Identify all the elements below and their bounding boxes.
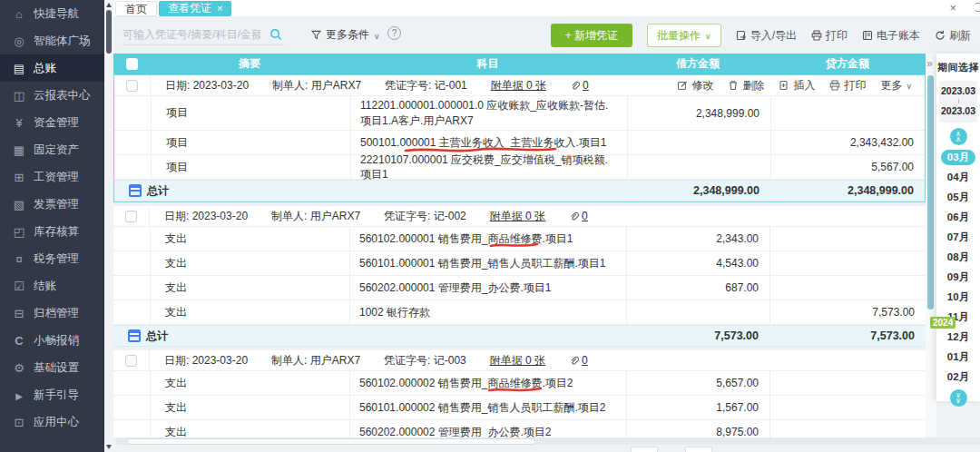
month-item-01[interactable]: 01月 — [941, 349, 975, 365]
sidebar-item-closing[interactable]: 结账 — [0, 272, 104, 300]
month-item-05[interactable]: 05月 — [941, 190, 975, 205]
attachments-link[interactable]: 附单据 0 张 — [490, 209, 545, 224]
sidebar-item-guide[interactable]: 新手引导 — [0, 381, 104, 408]
row-checkbox[interactable] — [125, 355, 137, 367]
sidebar-item-invoices[interactable]: 发票管理 — [0, 191, 104, 218]
table-row[interactable]: 项目 112201.000001.000001.0 应收账款_应收账款-暂估.项… — [114, 96, 925, 131]
edit-voucher-button[interactable]: 修改 — [677, 78, 713, 93]
e-ledger-button[interactable]: 电子账本 — [862, 28, 920, 44]
expense-icon — [12, 334, 26, 348]
sidebar-item-funds[interactable]: 资金管理 — [0, 109, 104, 136]
month-item-02[interactable]: 02月 — [941, 369, 975, 385]
batch-operations-button[interactable]: 批量操作 — [647, 24, 721, 47]
total-calendar-icon — [129, 184, 142, 197]
sidebar-item-archive[interactable]: 归档管理 — [0, 300, 104, 327]
table-row[interactable]: 支出 560101.000001 销售费用_销售人员职工薪酬.项目1 4,543… — [113, 251, 926, 276]
table-row[interactable]: 支出 1002 银行存款 7,573.00 — [113, 300, 926, 325]
attachments-link[interactable]: 附单据 0 张 — [490, 353, 545, 368]
total-calendar-icon — [128, 329, 141, 342]
month-item-12[interactable]: 12月 — [941, 329, 975, 345]
tab-bar: 首页 查看凭证 — [113, 0, 980, 17]
tab-close-icon[interactable] — [217, 3, 222, 14]
report-icon — [12, 89, 26, 103]
refresh-tab-icon[interactable] — [974, 3, 980, 12]
total-debit: 2,348,999.00 — [627, 181, 770, 201]
clip-attachments-link[interactable]: 0 — [569, 210, 588, 222]
new-voucher-button[interactable]: + 新增凭证 — [551, 24, 632, 47]
sidebar-item-payroll[interactable]: 工资管理 — [0, 163, 104, 191]
close-all-tabs-icon[interactable] — [949, 1, 956, 15]
paperclip-icon — [570, 81, 580, 91]
table-row[interactable]: 支出 560101.000002 销售费用_销售人员职工薪酬.项目2 1,567… — [113, 396, 926, 420]
month-item-07[interactable]: 07月 — [941, 230, 975, 245]
help-icon[interactable] — [387, 26, 401, 40]
sidebar-item-fixed-assets[interactable]: 固定资产 — [0, 136, 104, 163]
sidebar-scrollbar-thumb[interactable] — [106, 10, 112, 54]
search-field — [122, 25, 284, 45]
table-row[interactable]: 支出 560102.000002 销售费用_商品维修费.项目2 5,657.00 — [113, 371, 926, 396]
sidebar-item-cloud-reports[interactable]: 云报表中心 — [0, 82, 104, 109]
sidebar-item-general-ledger[interactable]: 总账 — [0, 54, 104, 82]
month-item-04[interactable]: 04月 — [941, 170, 975, 185]
search-input[interactable] — [122, 25, 260, 44]
table-row[interactable]: 支出 560202.000002 管理费用_办公费.项目2 8,975.00 — [113, 420, 926, 437]
table-row[interactable]: 支出 560102.000001 销售费用_商品维修费.项目1 2,343.00 — [113, 227, 926, 251]
pagination-size-box[interactable] — [631, 447, 658, 452]
clip-attachments-link[interactable]: 0 — [570, 79, 589, 92]
tab-view-voucher[interactable]: 查看凭证 — [159, 1, 231, 16]
column-header-debit[interactable]: 借方金额 — [626, 56, 769, 72]
row-checkbox[interactable] — [126, 80, 138, 92]
voucher-total-row: 总计 2,348,999.00 2,348,999.00 — [114, 180, 925, 201]
voucher-group-002: 日期: 2023-03-20 制单人: 用户ARX7 凭证字号: 记-002 附… — [113, 206, 926, 347]
collapse-panel-icon[interactable] — [926, 57, 933, 70]
column-header-summary[interactable]: 摘要 — [150, 56, 349, 72]
month-item-09[interactable]: 09月 — [941, 270, 975, 285]
pagination-jump-box[interactable] — [685, 447, 712, 452]
sidebar-item-settings[interactable]: 基础设置 — [0, 354, 104, 381]
more-filters-button[interactable]: 更多条件 — [311, 27, 380, 43]
attachments-link[interactable]: 附单据 0 张 — [491, 78, 546, 93]
search-icon[interactable] — [270, 28, 282, 41]
table-vertical-scrollbar-thumb[interactable] — [927, 75, 934, 310]
paperclip-icon — [569, 211, 579, 221]
scroll-down-arrow-icon[interactable] — [106, 445, 112, 449]
period-range-picker[interactable]: 2023.03 2023.03 — [939, 81, 977, 123]
months-scroll-down-icon[interactable] — [950, 389, 967, 407]
import-export-button[interactable]: 导入/导出 — [736, 28, 797, 44]
sidebar-item-agent-plaza[interactable]: 智能体广场 — [0, 27, 104, 54]
sidebar-item-inventory[interactable]: 库存核算 — [0, 218, 104, 245]
more-actions-button[interactable]: 更多 — [880, 78, 912, 93]
voucher-creator: 制单人: 用户ARX7 — [271, 209, 360, 224]
insert-voucher-button[interactable]: 插入 — [779, 78, 815, 93]
voucher-group-001: 日期: 2023-03-20 制单人: 用户ARX7 凭证字号: 记-001 附… — [113, 74, 926, 202]
select-all-checkbox[interactable] — [126, 58, 138, 70]
row-checkbox[interactable] — [125, 211, 137, 222]
horizontal-scrollbar-thumb[interactable] — [127, 438, 535, 445]
sidebar-item-app-center[interactable]: 应用中心 — [0, 408, 104, 436]
table-row[interactable]: 支出 560202.000001 管理费用_办公费.项目1 687.00 — [113, 276, 926, 300]
month-item-08[interactable]: 08月 — [941, 250, 975, 265]
sidebar-item-expense[interactable]: 小畅报销 — [0, 327, 104, 354]
column-header-account[interactable]: 科目 — [349, 56, 626, 72]
refresh-button[interactable]: 刷新 — [935, 28, 971, 44]
insert-icon — [779, 80, 789, 91]
scroll-up-arrow-icon[interactable] — [106, 3, 112, 7]
voucher-group-003: 日期: 2023-03-20 制单人: 用户ARX7 凭证字号: 记-003 附… — [113, 350, 926, 437]
month-item-10[interactable]: 10月 — [941, 290, 975, 305]
delete-voucher-button[interactable]: 删除 — [728, 78, 764, 93]
period-to: 2023.03 — [939, 104, 977, 118]
sidebar-item-quick-nav[interactable]: 快捷导航 — [0, 0, 104, 27]
print-button[interactable]: 打印 — [811, 28, 848, 44]
sidebar-scrollbar[interactable] — [104, 0, 113, 452]
print-voucher-button[interactable]: 打印 — [829, 78, 866, 93]
column-header-credit[interactable]: 贷方金额 — [769, 56, 926, 72]
app-window: 快捷导航 智能体广场 总账 云报表中心 资金管理 固定资产 工资管理 发票管理 … — [0, 0, 980, 452]
months-scroll-up-icon[interactable] — [950, 128, 967, 145]
sidebar-item-tax[interactable]: 税务管理 — [0, 245, 104, 272]
clip-attachments-link[interactable]: 0 — [569, 354, 588, 367]
month-item-03[interactable]: 03月 — [941, 150, 975, 165]
table-row[interactable]: 项目 22210107.000001 应交税费_应交增值税_销项税额.项目1 5… — [114, 155, 925, 180]
tab-home[interactable]: 首页 — [115, 1, 157, 16]
voucher-number: 凭证字号: 记-002 — [384, 209, 466, 224]
month-item-06[interactable]: 06月 — [941, 210, 975, 225]
